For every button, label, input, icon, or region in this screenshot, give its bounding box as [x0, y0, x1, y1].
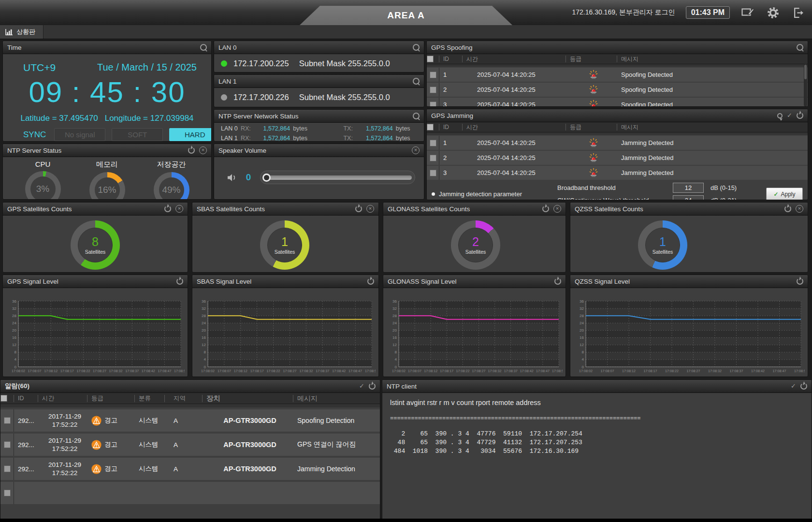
- svg-text:17:08:12: 17:08:12: [234, 369, 247, 373]
- tab-dashboard[interactable]: 상황판: [0, 25, 44, 39]
- satellite-count: 8: [92, 235, 99, 248]
- cell-time: 2025-07-04 14:20:25: [463, 166, 566, 180]
- refresh-icon[interactable]: [355, 205, 362, 212]
- svg-text:4: 4: [395, 357, 397, 362]
- svg-text:17:08:12: 17:08:12: [44, 369, 58, 373]
- svg-text:8: 8: [204, 350, 206, 354]
- svg-text:20: 20: [392, 328, 397, 333]
- panel-header: GPS Signal Level: [3, 275, 188, 288]
- svg-text:32: 32: [12, 306, 16, 311]
- cell-time: 2025-07-04 14:20:25: [463, 83, 566, 97]
- cell-id: 3: [439, 98, 463, 107]
- select-all-checkbox[interactable]: [0, 395, 7, 402]
- svg-text:16: 16: [580, 335, 584, 340]
- row-checkbox[interactable]: [4, 417, 11, 424]
- cell-category: 시스템: [135, 409, 165, 432]
- refresh-icon[interactable]: [164, 205, 171, 212]
- table-header: ID시간등급메시지: [427, 54, 808, 64]
- row-checkbox[interactable]: [430, 170, 436, 176]
- satellite-count: 2: [472, 235, 479, 248]
- close-icon[interactable]: [366, 205, 374, 213]
- check-icon[interactable]: [791, 383, 796, 390]
- svg-text:36: 36: [580, 299, 584, 304]
- location-pin-icon[interactable]: [777, 113, 783, 118]
- search-icon[interactable]: [413, 44, 420, 51]
- close-icon[interactable]: [175, 205, 183, 213]
- refresh-icon[interactable]: [800, 383, 807, 390]
- row-checkbox[interactable]: [430, 140, 436, 146]
- check-icon[interactable]: [359, 383, 364, 390]
- svg-text:17:08:32: 17:08:32: [109, 369, 123, 373]
- search-icon[interactable]: [413, 78, 420, 85]
- cell-message: [293, 482, 380, 504]
- header-icons: [176, 278, 183, 285]
- sync-button-hard[interactable]: HARD: [169, 128, 212, 141]
- volume-slider-knob[interactable]: [262, 174, 271, 182]
- volume-slider-track[interactable]: [263, 175, 412, 180]
- alarm-row: 292...2017-11-2917:52:22경고시스템AAP-GTR3000…: [0, 409, 380, 432]
- svg-text:17:08:27: 17:08:27: [472, 369, 486, 373]
- time-date: 2017-11-29: [48, 412, 81, 420]
- gauge-item: CPU3%: [25, 160, 61, 200]
- table-row: 12025-07-04 14:20:25Spoofing Detected: [427, 68, 808, 82]
- column-header: 장치: [203, 395, 293, 402]
- search-icon[interactable]: [413, 113, 420, 119]
- row-checkbox[interactable]: [430, 102, 436, 107]
- sync-button-soft[interactable]: SOFT: [112, 128, 163, 141]
- close-icon[interactable]: [796, 205, 803, 213]
- svg-text:8: 8: [395, 350, 397, 354]
- siren-alarm-icon: [588, 168, 599, 178]
- logout-icon[interactable]: [791, 5, 805, 20]
- svg-text:17:08:27: 17:08:27: [687, 369, 700, 373]
- time-panel-title: Time: [7, 44, 200, 51]
- time-clock: 17:52:22: [52, 469, 78, 477]
- gear-icon[interactable]: [766, 5, 780, 20]
- screen-edit-icon[interactable]: [740, 5, 755, 20]
- rx-label: RX:: [241, 125, 255, 132]
- apply-button[interactable]: ✓ Apply: [766, 188, 803, 200]
- search-icon[interactable]: [200, 44, 207, 51]
- row-checkbox[interactable]: [4, 490, 11, 496]
- row-checkbox[interactable]: [430, 155, 436, 161]
- row-checkbox[interactable]: [430, 87, 436, 93]
- row-checkbox[interactable]: [430, 72, 436, 78]
- cell-message: GPS 연결이 끊어짐: [293, 434, 380, 456]
- close-icon[interactable]: [412, 146, 420, 154]
- sbas-satellites-panel: SBAS Satellites Counts1Satellites: [192, 202, 379, 273]
- lan0-status-dot: [221, 60, 227, 67]
- volume-slider[interactable]: [260, 171, 415, 184]
- siren-alarm-icon: [588, 153, 599, 163]
- select-all-checkbox[interactable]: [427, 56, 434, 62]
- refresh-icon[interactable]: [797, 112, 803, 119]
- svg-text:17:08:17: 17:08:17: [440, 369, 453, 373]
- refresh-icon[interactable]: [797, 278, 803, 285]
- broadband-threshold-input[interactable]: 12: [673, 183, 704, 193]
- refresh-icon[interactable]: [369, 383, 376, 390]
- search-icon[interactable]: [797, 44, 803, 51]
- column-header-id: ID: [439, 124, 463, 130]
- cell-message: Spoofing Detected: [617, 68, 808, 82]
- refresh-icon[interactable]: [176, 278, 183, 285]
- check-icon[interactable]: [787, 112, 792, 119]
- refresh-icon[interactable]: [542, 205, 549, 212]
- table-row: 32025-07-04 14:20:25Jamming Detected: [427, 166, 808, 180]
- close-icon[interactable]: [199, 146, 207, 154]
- gauge-value: 16%: [89, 172, 125, 200]
- sync-button-no-signal[interactable]: No signal: [54, 128, 105, 141]
- header-checkbox-cell: [0, 395, 14, 402]
- cw-threshold-input[interactable]: 24: [673, 195, 704, 200]
- row-checkbox[interactable]: [4, 465, 11, 472]
- close-icon[interactable]: [553, 205, 561, 213]
- scrollbar[interactable]: [804, 64, 807, 106]
- refresh-icon[interactable]: [554, 278, 561, 285]
- refresh-icon[interactable]: [188, 147, 195, 154]
- cell-grade: [566, 68, 617, 82]
- svg-text:4: 4: [204, 357, 206, 362]
- select-all-checkbox[interactable]: [427, 124, 434, 130]
- row-checkbox[interactable]: [4, 441, 11, 448]
- refresh-icon[interactable]: [367, 278, 374, 285]
- refresh-icon[interactable]: [784, 205, 791, 212]
- area-selector-tab[interactable]: AREA A: [300, 6, 512, 25]
- svg-text:17:08:37: 17:08:37: [125, 369, 139, 373]
- alarm-row: 292...2017-11-2917:52:22경고시스템AAP-GTR3000…: [0, 434, 380, 456]
